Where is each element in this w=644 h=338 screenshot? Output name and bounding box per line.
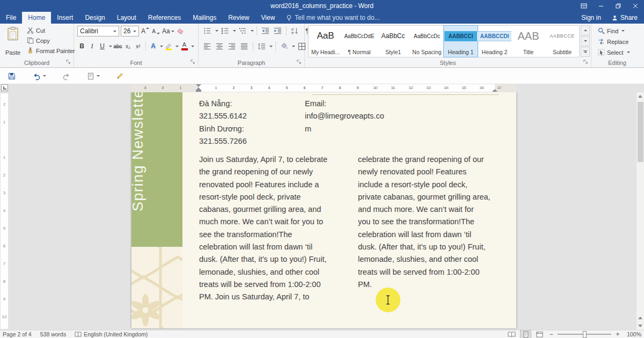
underline-button[interactable]: U	[98, 41, 107, 51]
find-button[interactable]: Find	[597, 26, 631, 36]
style-gallery-item[interactable]: AaB My Headi...	[309, 26, 342, 57]
replace-button[interactable]: Replace	[597, 36, 631, 47]
previous-page-button[interactable]	[636, 314, 644, 322]
increase-indent-button[interactable]	[272, 26, 283, 36]
ribbon-tab[interactable]: Review	[222, 12, 255, 24]
italic-button[interactable]: I	[87, 41, 97, 51]
zoom-in-button[interactable]: +	[615, 331, 620, 337]
clipboard-dialog-launcher[interactable]	[66, 60, 71, 65]
numbering-button[interactable]	[219, 26, 231, 36]
contact-block[interactable]: Đà Nẵng:321.555.6142Bình Dương:321.555.7…	[199, 98, 247, 148]
paragraph-dialog-launcher[interactable]	[297, 60, 302, 65]
justify-button[interactable]	[239, 41, 250, 52]
scroll-up-button[interactable]	[636, 92, 644, 100]
bold-button[interactable]: B	[77, 41, 86, 51]
copy-button[interactable]: Copy	[26, 35, 76, 46]
tell-me-box[interactable]: Tell me what you want to do...	[286, 12, 379, 24]
bullets-button[interactable]	[202, 26, 213, 36]
vertical-scrollbar[interactable]	[636, 92, 644, 330]
restore-button[interactable]	[610, 0, 627, 12]
align-left-button[interactable]	[202, 41, 213, 52]
multilevel-list-button[interactable]	[237, 26, 248, 36]
align-center-button[interactable]	[214, 41, 225, 52]
style-scroll-down-button[interactable]	[581, 36, 590, 46]
newsletter-sidebar-textbox[interactable]: Spring Newsletter	[131, 92, 182, 247]
styles-dialog-launcher[interactable]	[583, 60, 589, 65]
zoom-slider[interactable]	[558, 334, 611, 335]
body-text-column-1[interactable]: Join us Saturday, April 7, to celebratet…	[199, 153, 327, 304]
print-layout-button[interactable]	[521, 330, 531, 338]
style-gallery-item[interactable]: AABBCCDI Heading 2	[478, 26, 511, 57]
font-color-button[interactable]: A	[180, 41, 189, 51]
style-gallery-item[interactable]: AAB Title	[511, 26, 545, 57]
tab-stop-selector[interactable]	[1, 84, 8, 91]
clear-formatting-button[interactable]	[176, 26, 185, 36]
style-gallery-more-button[interactable]	[581, 47, 590, 57]
left-indent-marker[interactable]	[196, 90, 201, 92]
strikethrough-button[interactable]: abc	[113, 41, 122, 51]
ribbon-tab[interactable]: Layout	[111, 12, 142, 24]
close-button[interactable]	[627, 0, 644, 12]
superscript-button[interactable]: x²	[134, 41, 143, 51]
vertical-ruler[interactable]: 21123456789101112	[0, 92, 9, 330]
undo-button[interactable]	[32, 72, 46, 80]
scrollbar-thumb[interactable]	[638, 102, 643, 162]
draw-pencil-button[interactable]	[116, 72, 124, 80]
zoom-out-button[interactable]: −	[548, 331, 554, 337]
save-button[interactable]	[8, 72, 16, 80]
style-gallery-item[interactable]: AABBCCI Heading 1	[444, 26, 478, 57]
cut-button[interactable]: Cut	[26, 25, 76, 35]
ruler-number: 4	[260, 84, 278, 92]
style-scroll-up-button[interactable]	[581, 25, 590, 35]
ribbon-tab[interactable]: Design	[79, 12, 111, 24]
line-spacing-button[interactable]	[256, 41, 267, 52]
proofing-status[interactable]: English (United Kingdom)	[75, 331, 148, 337]
share-button[interactable]: Share	[612, 12, 638, 24]
ribbon-tab[interactable]: Home	[22, 12, 51, 24]
change-case-button[interactable]: Aa	[162, 26, 174, 36]
font-size-combo[interactable]: 26	[121, 26, 139, 36]
shading-button[interactable]	[279, 41, 290, 52]
hexagon-pattern-graphic[interactable]	[131, 247, 182, 328]
web-layout-button[interactable]	[535, 330, 545, 338]
text-effects-button[interactable]: A	[149, 41, 158, 51]
ribbon-tab[interactable]: Mailings	[187, 12, 222, 24]
sign-in-link[interactable]: Sign in	[581, 12, 601, 24]
right-indent-marker[interactable]	[492, 89, 497, 92]
horizontal-ruler[interactable]: 3211234567891011121314151617	[131, 84, 516, 92]
redo-button[interactable]	[62, 72, 71, 80]
style-gallery-item[interactable]: AABBCCE Subtitle	[545, 26, 579, 57]
grow-font-button[interactable]: A	[141, 26, 150, 36]
subscript-button[interactable]: x₂	[123, 41, 133, 51]
font-dialog-launcher[interactable]	[191, 60, 196, 65]
select-button[interactable]: Select	[597, 47, 631, 57]
email-block[interactable]: Email:info@limegroveapts.com	[305, 98, 384, 135]
body-text-column-2[interactable]: celebrate the grand reopening of ournewl…	[358, 153, 491, 291]
shrink-font-button[interactable]: A	[151, 26, 160, 36]
read-mode-button[interactable]	[507, 330, 517, 338]
align-right-button[interactable]	[226, 41, 238, 52]
page-indicator[interactable]: Page 2 of 4	[3, 331, 32, 337]
ribbon-display-options-button[interactable]	[575, 0, 592, 12]
style-gallery-item[interactable]: AaBbCc Style1	[376, 26, 410, 57]
paste-button[interactable]: Paste	[3, 25, 23, 57]
document-page[interactable]: Spring Newsletter	[131, 92, 516, 328]
ribbon-tab[interactable]: File	[0, 12, 22, 24]
print-preview-button[interactable]	[87, 72, 100, 80]
text-highlight-button[interactable]	[164, 41, 173, 51]
zoom-slider-thumb[interactable]	[583, 331, 587, 338]
scroll-down-button[interactable]	[636, 322, 644, 330]
ribbon-tab[interactable]: View	[255, 12, 281, 24]
style-gallery-item[interactable]: AaBbCcDdE ¶ Normal	[342, 26, 376, 57]
font-family-combo[interactable]: Calibri	[77, 26, 119, 36]
word-count[interactable]: 538 words	[40, 331, 66, 337]
minimize-button[interactable]	[592, 0, 610, 12]
decrease-indent-button[interactable]	[260, 26, 271, 36]
ribbon-tab[interactable]: Insert	[51, 12, 79, 24]
zoom-level[interactable]: 100%	[624, 331, 641, 337]
first-line-indent-marker[interactable]	[196, 84, 201, 87]
sort-button[interactable]	[289, 26, 301, 36]
ribbon-tab[interactable]: References	[142, 12, 187, 24]
format-painter-button[interactable]: Format Painter	[26, 46, 76, 56]
style-gallery-item[interactable]: AaBbCcDc No Spacing	[410, 26, 444, 57]
